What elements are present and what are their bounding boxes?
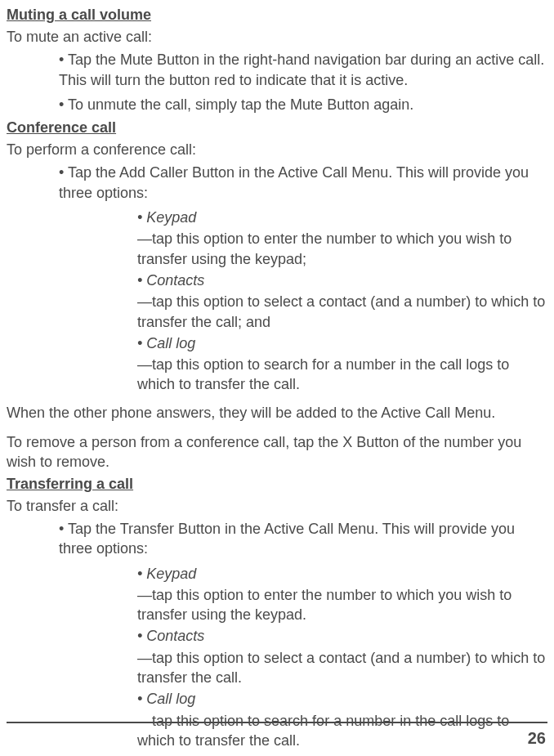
bullet-transfer: • Tap the Transfer Button in the Active …	[7, 519, 547, 559]
sub-calllog-text-tr: —tap this option to search for a number …	[7, 711, 547, 751]
sub-calllog-text-conf: —tap this option to search for a number …	[7, 355, 547, 395]
conf-after-2: To remove a person from a conference cal…	[7, 432, 547, 472]
sub-keypad-heading-tr: • Keypad	[7, 564, 547, 584]
intro-transferring: To transfer a call:	[7, 496, 547, 516]
sub-contacts-text-tr: —tap this option to select a contact (an…	[7, 648, 547, 688]
bullet-unmute: • To unmute the call, simply tap the Mut…	[7, 95, 547, 114]
sub-contacts-heading-tr: • Contacts	[7, 626, 547, 646]
bullet-mute-tap: • Tap the Mute Button in the right-hand …	[7, 50, 547, 90]
sub-calllog-heading-tr: • Call log	[7, 689, 547, 709]
sub-calllog-heading-conf: • Call log	[7, 333, 547, 353]
sub-keypad-heading-conf: • Keypad	[7, 208, 547, 227]
sub-contacts-heading-conf: • Contacts	[7, 271, 547, 290]
sub-keypad-text-conf: —tap this option to enter the number to …	[7, 229, 547, 269]
conf-after-1: When the other phone answers, they will …	[7, 403, 547, 423]
sub-keypad-text-tr: —tap this option to enter the number to …	[7, 585, 547, 625]
page-number: 26	[528, 729, 546, 748]
heading-muting: Muting a call volume	[7, 7, 547, 24]
intro-conference: To perform a conference call:	[7, 140, 547, 159]
sub-contacts-text-conf: —tap this option to select a contact (an…	[7, 292, 547, 332]
heading-transferring: Transferring a call	[7, 476, 547, 493]
intro-muting: To mute an active call:	[7, 27, 547, 47]
footer-divider	[7, 722, 547, 723]
bullet-add-caller: • Tap the Add Caller Button in the Activ…	[7, 163, 547, 203]
heading-conference: Conference call	[7, 119, 547, 136]
